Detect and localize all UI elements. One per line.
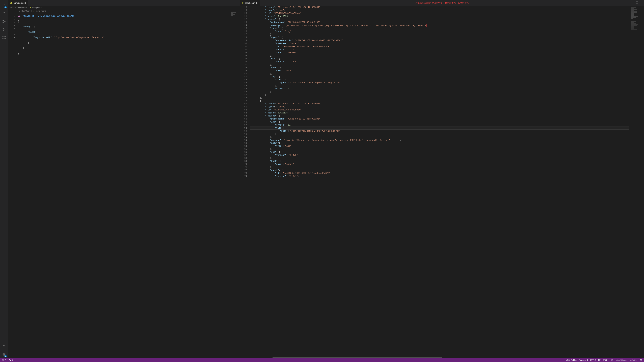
right-editor: { } result.json 在 Elasticsearch 中日志中每行数据…	[240, 0, 644, 358]
breadcrumb-seg: kylewhite	[18, 6, 26, 9]
accounts-button[interactable]	[0, 342, 8, 350]
explorer-button[interactable]: 2	[0, 1, 8, 9]
svg-point-8	[3, 345, 4, 346]
minimap-viewport[interactable]	[240, 13, 240, 16]
svg-point-12	[611, 359, 613, 361]
highlighted-message-1: "[2020-04-30 14:00:05,725] WARN [Replica…	[284, 24, 427, 27]
svg-point-9	[4, 354, 4, 355]
tab-label: result.json	[245, 2, 255, 4]
js-file-icon: JS	[29, 7, 31, 9]
svg-rect-4	[3, 36, 4, 37]
json-file-icon: { }	[242, 2, 244, 4]
code-lens: ▸ Run Query | ⚡ Auto indent	[8, 9, 240, 12]
right-tabs: { } result.json 在 Elasticsearch 中日志中每行数据…	[240, 0, 644, 6]
svg-point-0	[3, 12, 5, 14]
codelens-auto[interactable]: Auto indent	[36, 9, 46, 12]
svg-rect-7	[4, 36, 5, 37]
extensions-button[interactable]	[0, 33, 8, 41]
status-encoding[interactable]: UTF-8	[590, 359, 596, 361]
dirty-indicator-icon	[256, 2, 258, 4]
status-warnings[interactable]: 0	[8, 359, 13, 362]
tab-result-json[interactable]: { } result.json	[240, 0, 260, 6]
status-lang[interactable]: JSON	[603, 359, 608, 361]
status-spaces[interactable]: Spaces: 4	[579, 359, 588, 361]
right-code[interactable]: "_index": "filebeat-7.6.1-2021.08.12-000…	[250, 6, 630, 357]
right-gutter: 1819202122232425262728293031323334353637…	[240, 6, 250, 357]
h-scroll-thumb[interactable]	[272, 357, 442, 358]
run-button[interactable]	[0, 25, 8, 33]
left-code[interactable]: GET /filebeat-7.6.1-2021.08.12-000001/_s…	[18, 12, 230, 358]
status-errors[interactable]: 0	[2, 359, 6, 362]
dirty-indicator-icon	[24, 2, 26, 4]
split-editor-icon[interactable]	[636, 1, 638, 5]
explorer-badge: 2	[4, 6, 7, 8]
tab-label: sample.es	[14, 2, 24, 4]
left-editor: JS sample.es ⋯ Users› kylewhite› JS samp…	[8, 0, 240, 358]
status-bell-icon[interactable]	[640, 359, 642, 362]
top-annotation: 在 Elasticsearch 中日志中每行数据都作为一条文档信息	[416, 0, 469, 6]
more-tabs-icon[interactable]: ⋯	[236, 1, 239, 4]
settings-button[interactable]: 1	[0, 350, 8, 358]
breadcrumb-seg: sample.es	[32, 6, 42, 9]
status-eol[interactable]: LF	[598, 359, 600, 361]
left-minimap[interactable]	[230, 12, 240, 358]
status-feedback-icon[interactable]	[611, 359, 613, 362]
chevron-right-icon: ›	[28, 6, 28, 9]
codelens-run-arrow-icon: ▸	[20, 9, 20, 12]
settings-badge: 1	[4, 355, 7, 357]
codelens-run[interactable]: Run Query	[22, 9, 30, 12]
status-bar: 0 0 Ln 58, Col 34 Spaces: 4 UTF-8 LF JSO…	[0, 358, 644, 362]
status-lncol[interactable]: Ln 58, Col 34	[564, 359, 576, 361]
js-file-icon: JS	[10, 2, 12, 4]
h-scrollbar[interactable]	[240, 357, 644, 358]
svg-point-2	[3, 22, 4, 23]
svg-rect-5	[3, 38, 4, 39]
right-minimap[interactable]	[630, 6, 644, 357]
tab-sample-es[interactable]: JS sample.es	[8, 0, 28, 6]
svg-point-3	[4, 21, 5, 22]
source-control-button[interactable]	[0, 17, 8, 25]
breadcrumb[interactable]: Users› kylewhite› JS sample.es	[8, 6, 240, 9]
activity-bar: 2 1	[0, 0, 8, 358]
watermark: https://blog.csdn.net/u01...	[616, 359, 637, 361]
search-button[interactable]	[0, 9, 8, 17]
svg-rect-6	[4, 38, 5, 39]
highlighted-message-2: "java.io.IOException: Connection to node…	[284, 139, 400, 142]
chevron-right-icon: ›	[16, 6, 17, 9]
svg-point-1	[3, 20, 4, 21]
bolt-icon: ⚡	[33, 9, 35, 12]
more-tabs-icon[interactable]: ⋯	[640, 1, 643, 4]
left-gutter: 1234 56789	[8, 12, 18, 358]
left-tabs: JS sample.es ⋯	[8, 0, 240, 6]
breadcrumb-seg: Users	[10, 6, 16, 9]
